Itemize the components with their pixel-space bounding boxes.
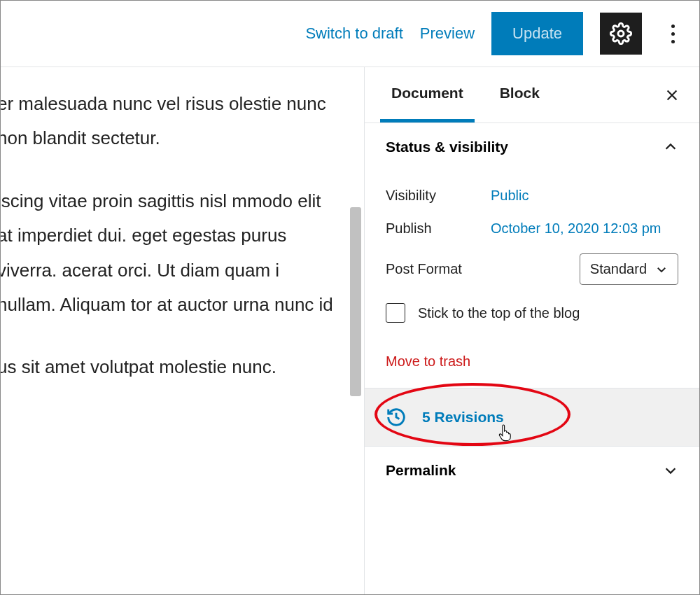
post-format-select[interactable]: Standard xyxy=(580,253,678,285)
editor-content[interactable]: er malesuada nunc vel risus olestie nunc… xyxy=(0,67,347,595)
publish-value-button[interactable]: October 10, 2020 12:03 pm xyxy=(491,220,662,237)
editor-paragraph[interactable]: iscing vitae proin sagittis nisl mmodo e… xyxy=(0,184,333,323)
chevron-up-icon xyxy=(663,139,678,155)
sidebar-tabs: Document Block xyxy=(365,67,699,123)
move-to-trash-button[interactable]: Move to trash xyxy=(386,354,470,370)
permalink-toggle[interactable]: Permalink xyxy=(365,447,699,494)
more-options-button[interactable] xyxy=(659,13,687,55)
dot-icon xyxy=(671,24,675,28)
visibility-row: Visibility Public xyxy=(386,188,678,204)
svg-point-0 xyxy=(618,31,624,36)
status-visibility-toggle[interactable]: Status & visibility xyxy=(365,123,699,171)
preview-button[interactable]: Preview xyxy=(420,24,475,43)
editor-topbar: Switch to draft Preview Update xyxy=(1,1,699,67)
post-format-row: Post Format Standard xyxy=(386,253,678,285)
scrollbar-thumb[interactable] xyxy=(350,207,361,396)
status-visibility-panel: Visibility Public Publish October 10, 20… xyxy=(365,171,699,388)
gear-icon xyxy=(610,22,632,45)
stick-top-checkbox[interactable] xyxy=(386,303,405,323)
update-button[interactable]: Update xyxy=(491,12,583,55)
settings-button[interactable] xyxy=(600,13,642,55)
stick-top-row: Stick to the top of the blog xyxy=(386,303,678,323)
revisions-label: 5 Revisions xyxy=(422,409,504,426)
visibility-value-button[interactable]: Public xyxy=(491,188,528,204)
history-icon xyxy=(386,407,407,428)
close-icon xyxy=(664,88,680,103)
chevron-down-icon xyxy=(655,263,668,276)
publish-label: Publish xyxy=(386,220,491,237)
stick-top-label: Stick to the top of the blog xyxy=(418,305,580,321)
switch-to-draft-button[interactable]: Switch to draft xyxy=(305,24,402,43)
post-format-value: Standard xyxy=(590,261,647,277)
editor-paragraph[interactable]: us sit amet volutpat molestie nunc. xyxy=(0,350,333,384)
tab-block[interactable]: Block xyxy=(489,67,551,122)
chevron-down-icon xyxy=(663,463,678,478)
settings-sidebar: Document Block Status & visibility Visib… xyxy=(364,67,699,595)
dot-icon xyxy=(671,32,675,36)
post-format-label: Post Format xyxy=(386,261,491,277)
editor-scrollbar[interactable] xyxy=(347,67,364,595)
publish-row: Publish October 10, 2020 12:03 pm xyxy=(386,220,678,237)
dot-icon xyxy=(671,40,675,43)
cursor-pointer-icon xyxy=(498,424,513,442)
revisions-button[interactable]: 5 Revisions xyxy=(365,388,699,447)
permalink-title: Permalink xyxy=(386,462,456,479)
tab-document[interactable]: Document xyxy=(380,67,475,122)
visibility-label: Visibility xyxy=(386,188,491,204)
editor-paragraph[interactable]: er malesuada nunc vel risus olestie nunc… xyxy=(0,87,333,156)
close-sidebar-button[interactable] xyxy=(660,83,684,107)
panel-title: Status & visibility xyxy=(386,139,508,155)
